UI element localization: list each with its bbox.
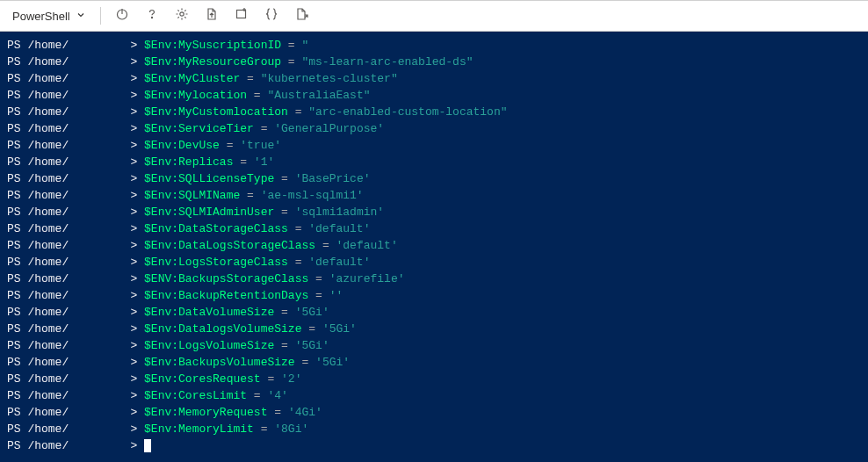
prompt: PS /home/ > bbox=[7, 389, 144, 402]
env-variable: $Env:DataStorageClass bbox=[144, 222, 288, 235]
shell-selector-dropdown[interactable]: PowerShell bbox=[7, 6, 91, 26]
settings-button[interactable] bbox=[170, 4, 194, 28]
prompt: PS /home/ > bbox=[7, 356, 144, 369]
operator: = bbox=[308, 272, 329, 285]
string-value: '8Gi' bbox=[274, 422, 308, 436]
help-button[interactable] bbox=[140, 4, 164, 28]
upload-download-button[interactable] bbox=[199, 4, 224, 28]
string-value: '5Gi' bbox=[322, 322, 357, 336]
env-variable: $Env:DataLogsStorageClass bbox=[144, 239, 315, 252]
terminal-line: PS /home/ > $Env:MySuscriptionID = " bbox=[7, 37, 861, 54]
terminal-pane[interactable]: PS /home/ > $Env:MySuscriptionID = "PS /… bbox=[0, 32, 868, 462]
env-variable: $Env:LogsStorageClass bbox=[144, 256, 288, 269]
env-variable: $Env:CoresLimit bbox=[144, 389, 247, 402]
prompt: PS /home/ > bbox=[7, 39, 144, 52]
operator: = bbox=[274, 172, 294, 185]
string-value: '5Gi' bbox=[315, 356, 350, 369]
string-value: '4' bbox=[267, 389, 287, 402]
prompt: PS /home/ > bbox=[7, 189, 144, 202]
prompt: PS /home/ > bbox=[7, 89, 144, 102]
operator: = bbox=[274, 306, 294, 319]
restart-button[interactable] bbox=[110, 4, 134, 28]
terminal-line: PS /home/ > $Env:DataLogsStorageClass = … bbox=[7, 237, 861, 254]
terminal-line: PS /home/ > $Env:LogsVolumeSize = '5Gi' bbox=[7, 337, 861, 354]
prompt: PS /home/ > bbox=[7, 339, 144, 352]
help-icon bbox=[145, 7, 159, 25]
string-value: 'default' bbox=[336, 239, 397, 252]
terminal-line: PS /home/ > $Env:BackupRetentionDays = '… bbox=[7, 287, 861, 304]
operator: = bbox=[240, 189, 260, 202]
operator: = bbox=[267, 406, 287, 419]
terminal-line: PS /home/ > $Env:Mylocation = "Australia… bbox=[7, 87, 861, 104]
terminal-line: PS /home/ > $Env:DataVolumeSize = '5Gi' bbox=[7, 304, 861, 321]
terminal-line: PS /home/ > $Env:ServiceTier = 'GeneralP… bbox=[7, 120, 861, 137]
gear-icon bbox=[175, 7, 189, 25]
string-value: 'BasePrice' bbox=[295, 172, 371, 185]
operator: = bbox=[274, 339, 294, 352]
web-preview-button[interactable] bbox=[289, 4, 314, 28]
terminal-line: PS /home/ > $Env:MyResourceGroup = "ms-l… bbox=[7, 54, 861, 70]
operator: = bbox=[247, 89, 267, 102]
operator: = bbox=[261, 372, 281, 386]
terminal-line: PS /home/ > $Env:MyCustomlocation = "arc… bbox=[7, 104, 861, 120]
prompt: PS /home/ > bbox=[7, 322, 144, 336]
prompt: PS /home/ > bbox=[7, 289, 144, 302]
string-value: 'sqlmi1admin' bbox=[295, 206, 384, 219]
string-value: 'ae-msl-sqlmi1' bbox=[261, 189, 364, 202]
new-session-button[interactable] bbox=[229, 4, 254, 28]
string-value: "AustraliaEast" bbox=[267, 89, 370, 102]
power-icon bbox=[115, 7, 129, 25]
env-variable: $Env:MyResourceGroup bbox=[144, 55, 281, 69]
env-variable: $Env:CoresRequest bbox=[144, 372, 261, 386]
env-variable: $Env:LogsVolumeSize bbox=[144, 339, 274, 352]
env-variable: $Env:MyCustomlocation bbox=[144, 105, 288, 119]
terminal-line: PS /home/ > $Env:SQLMIAdminUser = 'sqlmi… bbox=[7, 204, 861, 220]
string-value: '' bbox=[329, 289, 344, 302]
prompt: PS /home/ > bbox=[7, 139, 144, 152]
prompt: PS /home/ > bbox=[7, 172, 144, 185]
operator: = bbox=[288, 222, 308, 235]
terminal-line: PS /home/ > $Env:SQLLicenseType = 'BaseP… bbox=[7, 170, 861, 187]
prompt: PS /home/ > bbox=[7, 72, 144, 85]
operator: = bbox=[295, 356, 315, 369]
operator: = bbox=[220, 139, 240, 152]
operator: = bbox=[281, 39, 301, 52]
operator: = bbox=[301, 322, 322, 336]
operator: = bbox=[254, 122, 274, 135]
prompt: PS /home/ > bbox=[7, 105, 144, 119]
prompt: PS /home/ > bbox=[7, 422, 144, 436]
env-variable: $Env:BackupsVolumeSize bbox=[144, 356, 295, 369]
terminal-line: PS /home/ > $Env:CoresLimit = '4' bbox=[7, 387, 861, 404]
env-variable: $Env:Mylocation bbox=[144, 89, 247, 102]
operator: = bbox=[308, 289, 329, 302]
prompt: PS /home/ > bbox=[7, 272, 144, 285]
terminal-prompt-line[interactable]: PS /home/ > bbox=[7, 437, 861, 454]
string-value: '2' bbox=[281, 372, 301, 386]
operator: = bbox=[233, 155, 253, 169]
operator: = bbox=[281, 55, 301, 69]
svg-point-2 bbox=[151, 17, 152, 18]
prompt: PS /home/ > bbox=[7, 239, 144, 252]
env-variable: $ENV:BackupsStorageClass bbox=[144, 272, 308, 285]
operator: = bbox=[274, 206, 294, 219]
chevron-down-icon bbox=[76, 10, 86, 23]
env-variable: $Env:DataVolumeSize bbox=[144, 306, 274, 319]
string-value: 'default' bbox=[308, 222, 370, 235]
string-value: "arc-enabled-custom-location" bbox=[308, 105, 507, 119]
terminal-line: PS /home/ > $Env:DevUse = 'true' bbox=[7, 137, 861, 154]
env-variable: $Env:DatalogsVolumeSize bbox=[144, 322, 301, 336]
terminal-line: PS /home/ > $ENV:BackupsStorageClass = '… bbox=[7, 271, 861, 287]
string-value: 'default' bbox=[308, 256, 370, 269]
terminal-line: PS /home/ > $Env:DatalogsVolumeSize = '5… bbox=[7, 321, 861, 337]
editor-button[interactable] bbox=[259, 4, 284, 28]
terminal-line: PS /home/ > $Env:BackupsVolumeSize = '5G… bbox=[7, 354, 861, 371]
terminal-line: PS /home/ > $Env:SQLMIName = 'ae-msl-sql… bbox=[7, 187, 861, 204]
new-tab-icon bbox=[294, 7, 308, 25]
string-value: "ms-learn-arc-enabled-ds" bbox=[301, 55, 473, 69]
svg-point-3 bbox=[180, 12, 184, 16]
env-variable: $Env:DevUse bbox=[144, 139, 220, 152]
operator: = bbox=[288, 256, 308, 269]
string-value: '4Gi' bbox=[288, 406, 322, 419]
string-value: 'GeneralPurpose' bbox=[274, 122, 384, 135]
env-variable: $Env:MySuscriptionID bbox=[144, 39, 281, 52]
